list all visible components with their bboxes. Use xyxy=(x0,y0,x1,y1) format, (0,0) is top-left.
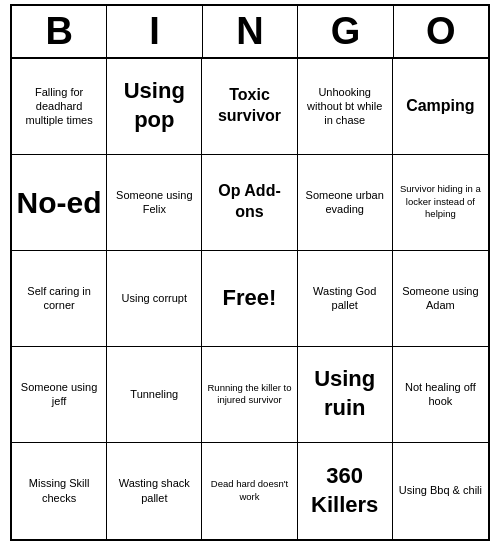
bingo-cell-0: Falling for deadhard multiple times xyxy=(12,59,107,155)
bingo-cell-6: Someone using Felix xyxy=(107,155,202,251)
bingo-cell-13: Wasting God pallet xyxy=(298,251,393,347)
header-letter-b: B xyxy=(12,6,107,57)
bingo-cell-9: Survivor hiding in a locker instead of h… xyxy=(393,155,488,251)
bingo-cell-4: Camping xyxy=(393,59,488,155)
header-letter-n: N xyxy=(203,6,298,57)
bingo-cell-2: Toxic survivor xyxy=(202,59,297,155)
bingo-cell-12: Free! xyxy=(202,251,297,347)
bingo-cell-19: Not healing off hook xyxy=(393,347,488,443)
bingo-cell-7: Op Add-ons xyxy=(202,155,297,251)
header-letter-g: G xyxy=(298,6,393,57)
bingo-cell-5: No-ed xyxy=(12,155,107,251)
bingo-cell-1: Using pop xyxy=(107,59,202,155)
bingo-cell-8: Someone urban evading xyxy=(298,155,393,251)
bingo-grid: Falling for deadhard multiple timesUsing… xyxy=(12,59,488,539)
bingo-cell-18: Using ruin xyxy=(298,347,393,443)
bingo-header: BINGO xyxy=(12,6,488,59)
bingo-cell-14: Someone using Adam xyxy=(393,251,488,347)
bingo-cell-10: Self caring in corner xyxy=(12,251,107,347)
header-letter-o: O xyxy=(394,6,488,57)
bingo-cell-23: 360 Killers xyxy=(298,443,393,539)
bingo-cell-20: Missing Skill checks xyxy=(12,443,107,539)
header-letter-i: I xyxy=(107,6,202,57)
bingo-cell-11: Using corrupt xyxy=(107,251,202,347)
bingo-cell-17: Running the killer to injured survivor xyxy=(202,347,297,443)
bingo-cell-15: Someone using jeff xyxy=(12,347,107,443)
bingo-cell-3: Unhooking without bt while in chase xyxy=(298,59,393,155)
bingo-cell-22: Dead hard doesn't work xyxy=(202,443,297,539)
bingo-cell-21: Wasting shack pallet xyxy=(107,443,202,539)
bingo-cell-16: Tunneling xyxy=(107,347,202,443)
bingo-card: BINGO Falling for deadhard multiple time… xyxy=(10,4,490,541)
bingo-cell-24: Using Bbq & chili xyxy=(393,443,488,539)
